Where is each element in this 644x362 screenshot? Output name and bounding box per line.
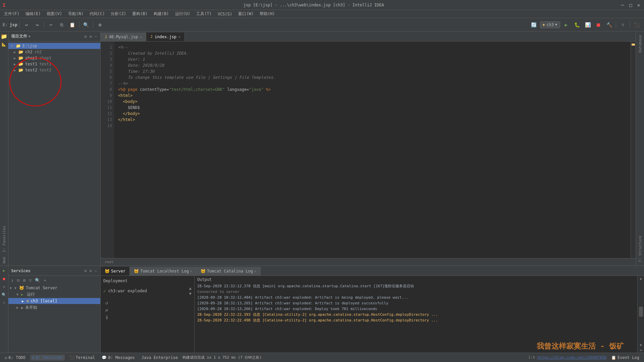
tree-item-0[interactable]: ▼📁E:\jsp xyxy=(8,43,100,49)
svc-plus-icon[interactable]: + xyxy=(1,299,7,306)
svc-expand-all-btn[interactable]: ↕ xyxy=(10,277,15,284)
services-tab[interactable]: ⚙ 8: Services xyxy=(30,355,65,361)
git-button[interactable]: ⑂ xyxy=(618,20,628,29)
deploy-up-btn[interactable]: ▲ xyxy=(189,286,192,291)
code-content[interactable]: <%-- Created by IntelliJ IDEA. User: 1 D… xyxy=(114,42,631,258)
terminal-tab[interactable]: ⬛ Terminal xyxy=(67,355,97,361)
svc-options-icon[interactable]: ≡ xyxy=(89,268,93,274)
messages-tab[interactable]: 💬 0: Messages xyxy=(100,355,137,361)
menu-item-c[interactable]: 代码(C) xyxy=(87,10,108,17)
redo-button[interactable]: ↪ xyxy=(33,20,42,29)
event-log-btn[interactable]: 📋 Event Log xyxy=(609,355,641,361)
code-line-5[interactable]: Time: 17:36 xyxy=(118,68,627,74)
editor-tab-0[interactable]: J40.Mysql.jsp✕ xyxy=(101,33,146,41)
search-button[interactable]: 🔍 xyxy=(82,20,91,29)
menu-item-n[interactable]: 导航(N) xyxy=(65,10,86,17)
code-line-1[interactable]: <%-- xyxy=(118,44,627,50)
svc-tab-close-1[interactable]: ✕ xyxy=(190,269,192,273)
svc-collapse-btn[interactable]: ⊟ xyxy=(16,277,21,284)
ch3-local-item[interactable]: ▶ ⚙ ch3 [local] xyxy=(8,298,100,304)
stop-button[interactable]: ■ xyxy=(594,20,603,29)
panel-minimize-icon[interactable]: — xyxy=(94,34,98,40)
code-line-12[interactable]: </body> xyxy=(118,111,627,117)
svc-minimize-icon[interactable]: — xyxy=(94,268,98,274)
blog-link[interactable]: https://blog.csdn.net/245907058 xyxy=(538,355,606,360)
menu-item-w[interactable]: 窗口(W) xyxy=(235,10,256,17)
debug-button[interactable]: 🐛 xyxy=(572,20,582,29)
code-editor[interactable]: 1234567891011121314 <%-- Created by Inte… xyxy=(101,42,636,258)
run-config-selector[interactable]: ▶ ch3 ▼ xyxy=(540,21,560,28)
code-line-11[interactable]: $END$ xyxy=(118,105,627,111)
svc-tab-close-2[interactable]: ✕ xyxy=(254,269,256,273)
svc-filter-services-btn[interactable]: ▽ xyxy=(28,277,33,284)
menu-item-vcss[interactable]: VCS(S) xyxy=(215,11,235,17)
menu-item-f[interactable]: 文件(F) xyxy=(1,10,22,17)
deploy-info-btn[interactable]: ℹ xyxy=(103,314,110,321)
menu-item-e[interactable]: 编辑(E) xyxy=(23,10,44,17)
services-tab-0[interactable]: 🐱Server xyxy=(101,267,130,276)
services-tab-2[interactable]: 🐱Tomcat Catalina Log✕ xyxy=(197,267,261,276)
favorites-label[interactable]: 2: Favorites xyxy=(1,224,7,254)
tree-item-4[interactable]: ▶📂test2test2 xyxy=(8,67,100,73)
scroll-top-btn[interactable]: ▲ xyxy=(640,277,642,280)
deploy-sync-btn[interactable]: ⇄ xyxy=(103,307,110,313)
panel-options-icon[interactable]: ≡ xyxy=(89,34,93,40)
svc-stop-icon[interactable]: ■ xyxy=(1,275,7,282)
code-line-3[interactable]: User: 1 xyxy=(118,56,627,62)
svc-search-btn[interactable]: 🔍 xyxy=(34,277,42,284)
menu-item-u[interactable]: 运行(U) xyxy=(172,10,193,17)
run-button[interactable]: ▶ xyxy=(561,20,571,29)
code-line-7[interactable]: --%> xyxy=(118,80,627,86)
code-line-4[interactable]: Date: 2020/9/28 xyxy=(118,62,627,68)
tree-item-1[interactable]: ▶📂ch2ch2 xyxy=(8,49,100,55)
cut-button[interactable]: ✂ xyxy=(46,20,56,29)
output-scrollbar-thumb[interactable] xyxy=(639,307,643,317)
code-line-6[interactable]: To change this template use File | Setti… xyxy=(118,74,627,80)
svc-restart-icon[interactable]: ↺ xyxy=(1,283,7,290)
menu-item-h[interactable]: 帮助(H) xyxy=(257,10,278,17)
paste-button[interactable]: 📋 xyxy=(68,20,77,29)
tomcat-server-item[interactable]: ▼ ▼ 🐱 Tomcat Server xyxy=(8,285,100,291)
sync-icon[interactable]: 🔄 xyxy=(529,20,539,29)
close-button[interactable]: ✕ xyxy=(636,2,641,8)
deploy-refresh-btn[interactable]: ↺ xyxy=(103,299,110,306)
settings-button[interactable]: ⚙ xyxy=(95,20,105,29)
menu-item-b[interactable]: 构建(B) xyxy=(151,10,172,17)
svc-group-btn[interactable]: ⊞ xyxy=(22,277,27,284)
svc-filter-icon[interactable]: 🔍 xyxy=(1,291,7,298)
database-label[interactable]: Database xyxy=(637,33,643,55)
code-line-2[interactable]: Created by IntelliJ IDEA. xyxy=(118,50,627,56)
tab-close-1[interactable]: ✕ xyxy=(178,35,180,39)
build-button[interactable]: 🔨 xyxy=(604,20,614,29)
minimize-button[interactable]: ─ xyxy=(620,2,625,8)
not-started-item[interactable]: ▶ ▶ 未开始 xyxy=(8,304,100,311)
web-label[interactable]: Web xyxy=(1,255,7,265)
tab-close-0[interactable]: ✕ xyxy=(140,35,142,39)
structure-icon[interactable]: 📐 xyxy=(1,41,7,48)
running-item[interactable]: ▼ ▶ 运行 xyxy=(8,291,100,298)
tree-item-2[interactable]: ▶📂shop1shop1 xyxy=(8,55,100,61)
svc-settings-icon[interactable]: ⚙ xyxy=(84,268,87,274)
code-line-9[interactable]: <html> xyxy=(118,93,627,99)
panel-settings-icon[interactable]: ⚙ xyxy=(84,34,87,40)
terminal-button[interactable]: ⬛ xyxy=(632,20,641,29)
gradle-label[interactable]: 7: Structure xyxy=(637,234,643,264)
code-line-10[interactable]: <body> xyxy=(118,99,627,105)
menu-item-b[interactable]: 重构(B) xyxy=(129,10,150,17)
deploy-down-btn[interactable]: ▼ xyxy=(189,291,192,296)
code-line-8[interactable]: <%@ page contentType="text/html;charset=… xyxy=(118,86,627,93)
scroll-bottom-btn[interactable]: ▼ xyxy=(640,343,642,347)
undo-button[interactable]: ↩ xyxy=(22,20,31,29)
coverage-button[interactable]: 📊 xyxy=(583,20,592,29)
services-tab-1[interactable]: 🐱Tomcat Localhost Log✕ xyxy=(130,267,197,276)
code-line-13[interactable]: </html> xyxy=(118,117,627,123)
copy-button[interactable]: ⎘ xyxy=(57,20,66,29)
deploy-arrows[interactable]: ▲ ▼ xyxy=(189,286,192,296)
project-sidebar-icon[interactable]: 📁 xyxy=(1,33,7,40)
output-wrap-btn[interactable]: ≡ xyxy=(640,348,642,352)
menu-item-z[interactable]: 分析(Z) xyxy=(108,10,129,17)
menu-item-t[interactable]: 工具(T) xyxy=(194,10,214,17)
todo-tab[interactable]: ☑ 6: TODO xyxy=(3,355,28,361)
editor-tab-1[interactable]: Jindex.jsp✕ xyxy=(146,33,185,41)
tree-item-3[interactable]: ▶📂test1test1 xyxy=(8,61,100,67)
